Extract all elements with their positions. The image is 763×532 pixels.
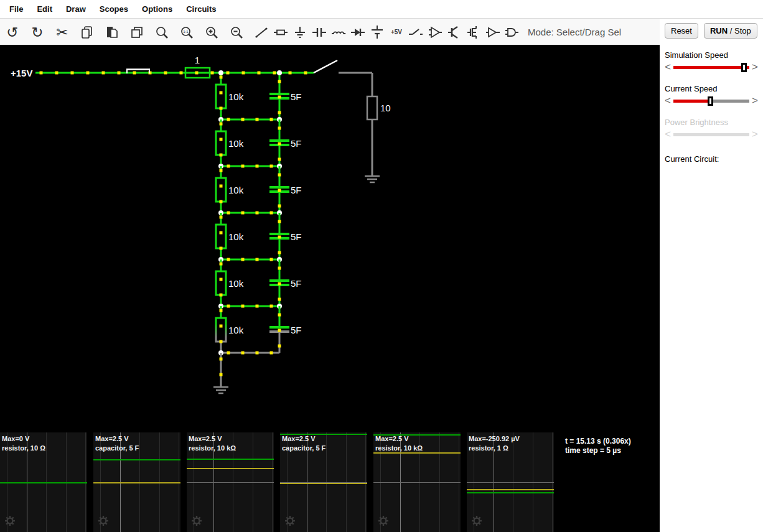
inductor-tool-icon[interactable] <box>331 24 346 41</box>
current-dot <box>40 72 43 75</box>
current-dot <box>195 72 199 75</box>
capacitor-tool-icon[interactable] <box>312 24 327 41</box>
circuit-canvas[interactable]: +15V11010k5F10k5F10k5F10k5F10k5F10k5F <box>0 45 660 432</box>
scope-settings-gear-icon[interactable] <box>4 515 16 526</box>
slider-increase-arrow[interactable]: > <box>751 96 758 105</box>
slider-thumb[interactable] <box>741 63 747 72</box>
current-dot <box>220 247 223 250</box>
buffer-tool-icon[interactable] <box>485 24 500 41</box>
find-icon[interactable] <box>154 24 169 41</box>
current-dot <box>278 96 281 99</box>
slider-decrease-arrow[interactable]: < <box>665 63 672 72</box>
slider-increase-arrow: > <box>751 130 758 139</box>
menu-options[interactable]: Options <box>135 4 179 14</box>
paste-icon[interactable] <box>105 24 119 41</box>
current-dot <box>220 123 223 126</box>
scope-label: Max=2.5 Vcapacitor, 5 F <box>95 434 139 453</box>
scope-label: Max=2.5 Vcapacitor, 5 F <box>282 434 325 453</box>
diode-tool-icon[interactable] <box>350 24 365 41</box>
reset-button[interactable]: Reset <box>665 23 698 39</box>
junction-dot <box>218 70 223 75</box>
slider-label: Current Speed <box>665 84 758 93</box>
scope-settings-gear-icon[interactable] <box>284 515 296 526</box>
stop-label: / Stop <box>728 26 751 35</box>
switch-open[interactable] <box>314 60 337 73</box>
slider-thumb[interactable] <box>708 96 713 106</box>
menu-draw[interactable]: Draw <box>59 4 93 14</box>
duplicate-icon[interactable] <box>129 24 144 41</box>
current-dot <box>278 329 281 332</box>
slider-increase-arrow[interactable]: > <box>751 63 758 72</box>
menu-edit[interactable]: Edit <box>30 4 59 14</box>
current-dot <box>241 165 245 168</box>
current-dot <box>220 91 223 95</box>
current-dot <box>133 72 136 75</box>
slider-decrease-arrow: < <box>665 130 672 139</box>
scope-trace-green <box>0 482 87 483</box>
current-dot <box>278 282 281 286</box>
scope-panel-2[interactable]: Max=2.5 Vcapacitor, 5 F <box>93 432 180 532</box>
current-dot <box>220 294 223 297</box>
resistor-ladder[interactable] <box>216 318 226 342</box>
current-speed-slider: Current Speed < > <box>665 84 758 106</box>
zoom-100-icon[interactable]: 1:1 <box>179 24 194 41</box>
voltage-source-tool-icon[interactable] <box>370 24 385 41</box>
menu-scopes[interactable]: Scopes <box>93 4 135 14</box>
resistor-ladder[interactable] <box>216 131 226 155</box>
menu-circuits[interactable]: Circuits <box>179 4 223 14</box>
ground-tool-icon[interactable] <box>293 24 307 41</box>
power-brightness-slider: Power Brightness < > <box>665 118 758 139</box>
mosfet-tool-icon[interactable] <box>466 24 481 41</box>
mode-indicator: Mode: Select/Drag Sel <box>528 27 621 37</box>
run-label: RUN <box>710 26 728 35</box>
slider-track[interactable] <box>673 66 749 69</box>
scope-settings-gear-icon[interactable] <box>191 515 202 526</box>
scope-settings-gear-icon[interactable] <box>98 515 109 526</box>
current-dot <box>304 72 307 75</box>
component-label: 1 <box>195 55 200 65</box>
menu-file[interactable]: File <box>2 4 30 14</box>
junction-dot <box>277 70 282 75</box>
run-stop-button[interactable]: RUN / Stop <box>704 23 757 39</box>
and-gate-tool-icon[interactable] <box>505 24 520 41</box>
redo-icon[interactable]: ↻ <box>30 24 45 41</box>
resistor-ladder[interactable] <box>216 178 226 202</box>
current-dot <box>278 189 281 192</box>
switch-tool-icon[interactable] <box>408 24 423 41</box>
scope-panel-1[interactable]: Max=0 Vresistor, 10 Ω <box>0 432 87 532</box>
resistor-ladder[interactable] <box>216 271 226 295</box>
resistor-ladder[interactable] <box>216 85 226 108</box>
plus-5v-tool-icon[interactable]: +5V <box>389 24 404 41</box>
scope-panel-4[interactable]: Max=2.5 Vcapacitor, 5 F <box>280 432 367 532</box>
current-dot <box>278 314 281 317</box>
resistor-load[interactable] <box>367 96 377 119</box>
current-dot <box>278 205 281 208</box>
scope-settings-gear-icon[interactable] <box>378 515 389 526</box>
current-dot <box>270 352 273 355</box>
op-amp-tool-icon[interactable] <box>428 24 442 41</box>
resistor-tool-icon[interactable] <box>273 24 288 41</box>
scope-panel-5[interactable]: Max=2.5 Vresistor, 10 kΩ <box>373 432 461 532</box>
slider-track[interactable] <box>673 100 749 103</box>
resistor-ladder[interactable] <box>216 225 226 248</box>
zoom-out-icon[interactable] <box>229 24 244 41</box>
transistor-tool-icon[interactable] <box>447 24 462 41</box>
slider-decrease-arrow[interactable]: < <box>665 96 672 105</box>
current-dot <box>87 72 90 75</box>
wire-tool-icon[interactable] <box>254 24 269 41</box>
scope-panel-6[interactable]: Max=-250.92 µVresistor, 1 Ω <box>467 432 554 532</box>
scope-settings-gear-icon[interactable] <box>471 515 482 526</box>
cut-icon[interactable]: ✂ <box>55 24 70 41</box>
current-dot <box>256 118 259 121</box>
scope-trace-green <box>187 459 274 460</box>
side-panel: Reset RUN / Stop Simulation Speed < > Cu… <box>660 19 763 532</box>
scope-strip: Max=0 Vresistor, 10 ΩMax=2.5 Vcapacitor,… <box>0 432 660 532</box>
undo-icon[interactable]: ↺ <box>5 24 20 41</box>
scope-panel-3[interactable]: Max=2.5 Vresistor, 10 kΩ <box>187 432 274 532</box>
current-dot <box>220 76 223 79</box>
zoom-in-icon[interactable] <box>204 24 219 41</box>
component-label: 10k <box>228 91 244 102</box>
current-dot <box>289 72 292 75</box>
copy-icon[interactable] <box>80 24 95 41</box>
current-dot <box>220 138 223 141</box>
